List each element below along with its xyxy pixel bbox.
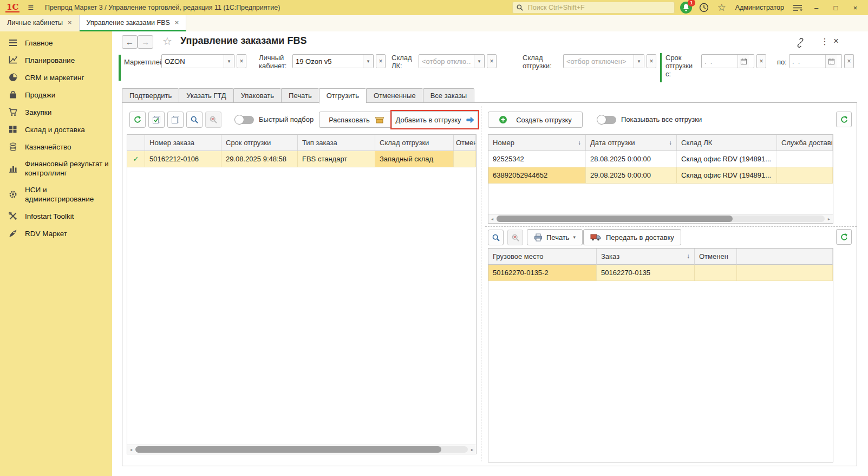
close-tab-icon[interactable]: × — [175, 19, 179, 26]
more-menu-icon[interactable]: ⋮ — [820, 36, 829, 47]
sidebar-item-main[interactable]: Главное — [0, 34, 112, 51]
close-form-icon[interactable]: × — [833, 36, 839, 47]
row-check-icon[interactable]: ✓ — [127, 151, 145, 167]
date-from-input[interactable] — [702, 55, 738, 68]
sidebar-item-crm[interactable]: CRM и маркетинг — [0, 69, 112, 86]
col-warehouse[interactable]: Склад отгрузки — [375, 135, 454, 151]
forward-button[interactable]: → — [138, 35, 153, 49]
tab-fbs-orders[interactable]: Управление заказами FBS × — [80, 15, 187, 31]
horizontal-splitter[interactable] — [485, 226, 857, 227]
minimize-button[interactable]: – — [809, 4, 824, 12]
service-menu-icon[interactable] — [791, 3, 804, 12]
shipment-row[interactable]: 92525342 28.08.2025 0:00:00 Склад офис R… — [488, 151, 833, 167]
favorite-star-icon[interactable]: ☆ — [162, 35, 172, 48]
back-button[interactable]: ← — [122, 35, 138, 49]
refresh-orders-button[interactable] — [129, 112, 146, 128]
calendar-icon[interactable] — [825, 55, 837, 68]
sidebar-item-treasury[interactable]: Казначейство — [0, 138, 112, 155]
chevron-down-icon[interactable]: ▾ — [224, 55, 234, 68]
cell-warehouse[interactable]: Западный склад — [375, 151, 454, 167]
sidebar-item-finance[interactable]: Финансовый результат и контроллинг — [0, 155, 112, 181]
scroll-right-icon[interactable]: ► — [825, 217, 833, 221]
cell-order-number[interactable]: 50162212-0106 — [145, 151, 221, 167]
order-row[interactable]: ✓ 50162212-0106 29.08.2025 9:48:58 FBS с… — [127, 151, 476, 167]
vertical-splitter[interactable] — [481, 106, 481, 461]
warehouse-lk-select[interactable]: ▾ — [419, 54, 485, 68]
history-icon[interactable] — [697, 3, 710, 12]
create-shipment-button[interactable]: Создать отгрузку — [488, 112, 583, 128]
shipments-table-header[interactable]: Номер↓ Дата отгрузки↓ Склад ЛК Служба до… — [488, 135, 833, 151]
col-lk-warehouse[interactable]: Склад ЛК — [677, 135, 777, 151]
search-cargo-icon[interactable] — [488, 230, 504, 245]
shipments-table[interactable]: Номер↓ Дата отгрузки↓ Склад ЛК Служба до… — [488, 134, 833, 224]
favorites-star-icon[interactable]: ☆ — [715, 2, 728, 14]
col-shipment-number[interactable]: Номер↓ — [488, 135, 586, 151]
search-input[interactable] — [527, 3, 671, 12]
calendar-icon[interactable] — [738, 55, 749, 68]
account-value[interactable] — [293, 55, 363, 68]
orders-table-header[interactable]: Номер заказа Срок отгрузки Тип заказа Ск… — [127, 135, 476, 151]
cell-order-type[interactable]: FBS стандарт — [298, 151, 375, 167]
warehouse-ship-select[interactable]: ▾ — [563, 54, 644, 68]
shipments-hscrollbar[interactable]: ◄ ► — [488, 214, 833, 223]
tab-pack[interactable]: Упаковать — [233, 88, 281, 103]
shipment-row[interactable]: 63892052944652 29.08.2025 0:00:00 Склад … — [488, 167, 833, 184]
global-search[interactable] — [512, 2, 675, 14]
account-select[interactable]: ▾ — [292, 54, 374, 68]
sidebar-item-warehouse[interactable]: Склад и доставка — [0, 121, 112, 138]
date-to-field[interactable] — [789, 54, 842, 68]
refresh-shipments-button[interactable] — [836, 112, 852, 127]
search-orders-icon[interactable] — [186, 112, 203, 128]
col-shipment-date[interactable]: Дата отгрузки↓ — [586, 135, 677, 151]
date-to-input[interactable] — [789, 55, 825, 68]
col-check[interactable] — [127, 135, 145, 151]
close-window-button[interactable]: × — [848, 4, 863, 12]
tab-cancelled[interactable]: Отмененные — [366, 88, 423, 103]
col-cargo-place[interactable]: Грузовое место — [488, 249, 597, 265]
copy-icon[interactable] — [167, 112, 184, 128]
account-clear-icon[interactable]: × — [376, 54, 386, 68]
tab-print[interactable]: Печать — [281, 88, 319, 103]
date-to-clear-icon[interactable]: × — [844, 54, 854, 68]
col-empty[interactable] — [737, 249, 833, 265]
col-order[interactable]: Заказ↓ — [597, 249, 695, 265]
sidebar-item-sales[interactable]: Продажи — [0, 86, 112, 103]
orders-table[interactable]: Номер заказа Срок отгрузки Тип заказа Ск… — [127, 134, 477, 454]
warehouse-lk-value[interactable] — [419, 55, 474, 68]
chevron-down-icon[interactable]: ▾ — [474, 55, 484, 68]
chevron-down-icon[interactable]: ▾ — [363, 55, 373, 68]
main-menu-icon[interactable]: ≡ — [28, 1, 34, 15]
tab-confirm[interactable]: Подтвердить — [122, 88, 179, 103]
chevron-down-icon[interactable]: ▾ — [634, 55, 644, 68]
marketplace-value[interactable] — [162, 55, 224, 68]
unpack-button[interactable]: Распаковать — [319, 112, 394, 128]
scroll-thumb[interactable] — [497, 216, 733, 222]
marketplace-select[interactable]: ▾ — [161, 54, 234, 68]
cargo-table[interactable]: Грузовое место Заказ↓ Отменен 50162270-0… — [488, 248, 833, 462]
sidebar-item-planning[interactable]: Планирование — [0, 51, 112, 69]
maximize-button[interactable]: □ — [828, 4, 843, 12]
scroll-left-icon[interactable]: ◄ — [488, 217, 496, 221]
col-order-type[interactable]: Тип заказа — [298, 135, 375, 151]
tab-personal-accounts[interactable]: Личные кабинеты × — [0, 15, 80, 31]
cargo-table-header[interactable]: Грузовое место Заказ↓ Отменен — [488, 249, 833, 265]
date-from-clear-icon[interactable]: × — [756, 54, 766, 68]
cell-cancelled[interactable] — [454, 151, 476, 167]
sidebar-item-admin[interactable]: НСИ и администрирование — [0, 181, 112, 207]
tab-gtd[interactable]: Указать ГТД — [179, 88, 233, 103]
set-flags-icon[interactable] — [148, 112, 165, 128]
warehouse-ship-clear-icon[interactable]: × — [647, 54, 656, 68]
col-delivery-service[interactable]: Служба доставки — [777, 135, 833, 151]
tab-all-orders[interactable]: Все заказы — [423, 88, 475, 103]
get-link-icon[interactable] — [795, 38, 805, 48]
quick-pick-toggle[interactable] — [236, 116, 254, 124]
current-user[interactable]: Администратор — [735, 4, 784, 11]
orders-hscrollbar[interactable]: ◄ ► — [127, 445, 476, 454]
add-to-shipment-button[interactable]: Добавить в отгрузку — [391, 111, 478, 128]
col-order-number[interactable]: Номер заказа — [145, 135, 221, 151]
sidebar-item-purchases[interactable]: Закупки — [0, 103, 112, 121]
notifications-bell-icon[interactable]: 1 — [680, 1, 693, 14]
marketplace-clear-icon[interactable]: × — [237, 54, 246, 68]
refresh-cargo-button[interactable] — [836, 229, 852, 245]
scroll-left-icon[interactable]: ◄ — [127, 448, 135, 452]
